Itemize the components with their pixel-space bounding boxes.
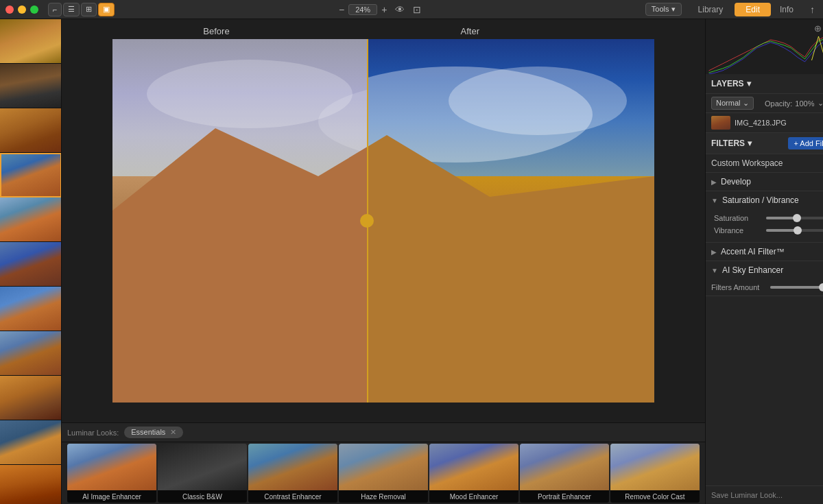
titlebar: ⌐ ☰ ⊞ ▣ − 24% + 👁 ⊡ Tools ▾ Library Edit… [0, 0, 823, 19]
ai-sky-expand-icon: ▼ [711, 267, 718, 274]
develop-filter-name: Develop [721, 177, 751, 187]
eye-icon[interactable]: 👁 [392, 3, 407, 16]
look-item[interactable]: Contrast Enhancer [248, 444, 337, 503]
filters-title: FILTERS ▾ [711, 139, 752, 148]
saturation-thumb [793, 214, 801, 222]
look-item[interactable]: AI Image Enhancer [67, 444, 156, 503]
blend-mode-select[interactable]: Normal ⌄ [711, 97, 754, 110]
opacity-chevron-icon: ⌄ [818, 99, 824, 108]
looks-label: Luminar Looks: [67, 429, 119, 437]
tab-edit[interactable]: Edit [735, 3, 771, 16]
share-button[interactable]: ↑ [807, 3, 818, 16]
develop-filter-row[interactable]: ▶ Develop [706, 173, 823, 191]
looks-thumbnails: AI Image Enhancer Classic B&W Contrast E… [62, 442, 705, 504]
filmstrip-item[interactable] [0, 64, 62, 108]
filmstrip-item[interactable] [0, 19, 62, 64]
saturation-label: Saturation [714, 214, 762, 222]
tab-info[interactable]: Info [772, 3, 802, 16]
opacity-control: Opacity: 100% ⌄ [765, 99, 823, 108]
crop-tool-button[interactable]: ⌐ [48, 3, 62, 16]
looks-bar: Luminar Looks: Essentials ✕ [62, 423, 705, 442]
filmstrip-item[interactable] [0, 376, 62, 420]
look-label: Classic B&W [158, 490, 247, 503]
minimize-button[interactable] [18, 5, 26, 14]
saturation-vibrance-group: ▼ Saturation / Vibrance Saturation 7 Vib [706, 191, 823, 243]
look-label: Haze Removal [339, 490, 428, 503]
workspace-row[interactable]: Custom Workspace ▾ [706, 154, 823, 173]
zoom-in-button[interactable]: + [379, 3, 390, 16]
look-item[interactable]: Portrait Enhancer [520, 444, 609, 503]
histogram-clip-button[interactable]: ⊕ [814, 22, 822, 34]
look-item[interactable]: Classic B&W [158, 444, 247, 503]
fullscreen-button[interactable] [30, 5, 38, 14]
svg-point-10 [449, 67, 627, 135]
essentials-tag[interactable]: Essentials ✕ [124, 427, 183, 438]
layer-row: IMG_4218.JPG [706, 113, 823, 133]
layer-name: IMG_4218.JPG [735, 119, 823, 127]
filmstrip-item[interactable] [0, 331, 62, 376]
tools-button[interactable]: Tools ▾ [645, 3, 682, 16]
look-thumb [429, 444, 518, 490]
vibrance-slider[interactable] [766, 229, 823, 232]
workspace-name: Custom Workspace [711, 158, 783, 168]
look-item[interactable]: Haze Removal [339, 444, 428, 503]
add-filter-button[interactable]: + Add Filter... [788, 137, 823, 149]
saturation-vibrance-name: Saturation / Vibrance [722, 195, 799, 205]
essentials-tag-close[interactable]: ✕ [170, 428, 176, 436]
saturation-vibrance-body: Saturation 7 Vibrance [706, 209, 823, 242]
saturation-slider[interactable] [766, 217, 823, 219]
saturation-fill [766, 217, 797, 219]
filters-amount-slider[interactable] [770, 286, 823, 289]
bottom-area: Luminar Looks: Essentials ✕ AI Image Enh… [62, 422, 705, 504]
canvas-area: Before After [62, 19, 705, 504]
saturation-vibrance-header[interactable]: ▼ Saturation / Vibrance [706, 191, 823, 209]
vibrance-thumb [794, 226, 802, 235]
vibrance-fill [766, 229, 798, 232]
filters-amount-row: Filters Amount 100 [706, 279, 823, 296]
filmstrip-item-selected[interactable] [0, 153, 62, 197]
develop-expand-icon: ▶ [711, 178, 717, 186]
ai-sky-enhancer-name: AI Sky Enhancer [722, 265, 783, 275]
strip-tool-button[interactable]: ▣ [98, 3, 115, 16]
layers-section-header[interactable]: LAYERS ▾ − + [706, 74, 823, 94]
close-button[interactable] [5, 5, 14, 14]
filmstrip-item[interactable] [0, 242, 62, 287]
look-label: AI Image Enhancer [67, 490, 156, 503]
ai-sky-enhancer-header[interactable]: ▼ AI Sky Enhancer [706, 261, 823, 279]
list-tool-button[interactable]: ☰ [63, 3, 80, 16]
layout-tool-button[interactable]: ⊞ [81, 3, 97, 16]
accent-ai-expand-icon: ▶ [711, 248, 717, 256]
look-item[interactable]: Remove Color Cast [610, 444, 700, 503]
opacity-label: Opacity: [765, 99, 792, 108]
zoom-out-button[interactable]: − [336, 3, 347, 16]
accent-ai-filter-row[interactable]: ▶ Accent AI Filter™ [706, 243, 823, 261]
save-luminar-look-button[interactable]: Save Luminar Look... [711, 491, 783, 499]
filmstrip-item[interactable] [0, 465, 62, 504]
split-view-button[interactable]: ⊡ [410, 3, 424, 16]
split-handle[interactable] [360, 214, 374, 228]
filmstrip-item[interactable] [0, 197, 62, 242]
look-label: Portrait Enhancer [520, 490, 609, 503]
accent-ai-filter-name: Accent AI Filter™ [721, 247, 785, 256]
histogram-icons: ⊕ ↺ ⓘ [814, 22, 823, 34]
look-label: Remove Color Cast [610, 490, 700, 503]
filters-section-header: FILTERS ▾ + Add Filter... [706, 133, 823, 154]
blend-chevron-icon: ⌄ [743, 99, 749, 107]
filters-chevron-icon: ▾ [748, 139, 752, 148]
look-thumb [339, 444, 428, 490]
histogram-chart [708, 33, 823, 74]
filmstrip-item[interactable] [0, 420, 62, 465]
tab-library[interactable]: Library [687, 3, 735, 16]
filters-amount-thumb [819, 283, 823, 291]
nav-tabs: Library Edit Info [687, 3, 802, 16]
look-item[interactable]: Mood Enhancer [429, 444, 518, 503]
main-area: Before After [0, 19, 823, 504]
svg-rect-12 [709, 33, 824, 74]
zoom-value[interactable]: 24% [348, 4, 377, 15]
histogram-area: ⊕ ↺ ⓘ [706, 19, 823, 74]
look-label: Mood Enhancer [429, 490, 518, 503]
filmstrip-item[interactable] [0, 287, 62, 331]
filters-amount-fill [770, 286, 823, 289]
filmstrip-item[interactable] [0, 108, 62, 153]
opacity-value[interactable]: 100% [795, 99, 814, 108]
